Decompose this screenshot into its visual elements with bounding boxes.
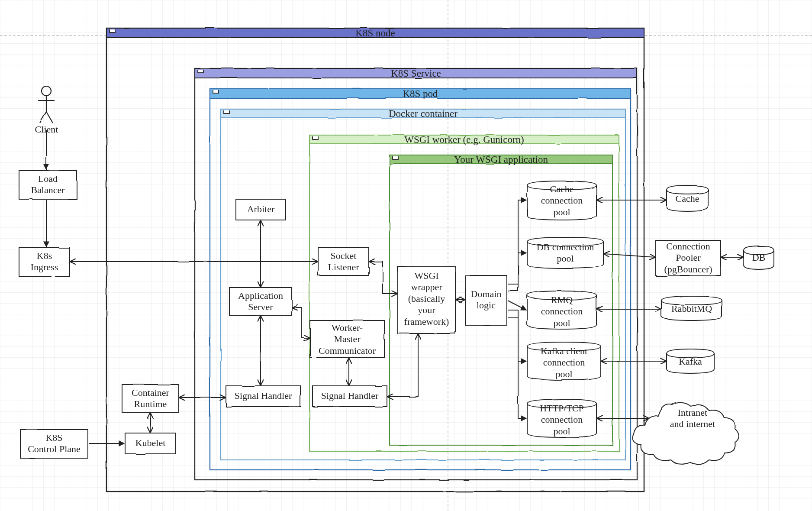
svg-line-30 (46, 112, 53, 123)
load-balancer-label: Load Balancer (19, 173, 77, 196)
db-pool-label: DB connection pool (527, 242, 603, 265)
frame-title-wsgi-app: Your WSGI application (390, 154, 612, 165)
http-pool-label: HTTP/TCP connection pool (527, 403, 596, 437)
kubelet-label: Kubelet (125, 437, 176, 449)
frame-title-k8s-pod: K8S pod (210, 88, 631, 100)
rmq-pool-label: RMQ connection pool (527, 294, 596, 329)
frame-title-k8s-node: K8S node (106, 28, 644, 39)
worker-master-communicator-label: Worker- Master Communicator (310, 322, 384, 356)
socket-listener-label: Socket Listener (318, 250, 369, 273)
actor-client-label: Client (30, 124, 63, 135)
signal-handler-worker-label: Signal Handler (313, 390, 387, 401)
db-label: DB (744, 252, 774, 263)
signal-handler-docker-label: Signal Handler (226, 390, 300, 401)
svg-line-29 (40, 112, 46, 123)
diagram-canvas: K8S node K8S Service K8S pod Docker cont… (0, 0, 812, 511)
wsgi-wrapper-label: WSGI wrapper (basically your framework) (398, 270, 455, 327)
connection-pooler-label: Connection Pooler (pgBouncer) (656, 241, 721, 275)
application-server-label: Application Server (229, 290, 292, 313)
arbiter-label: Arbiter (236, 204, 286, 215)
rabbitmq-label: RabbitMQ (661, 303, 722, 314)
cache-pool-label: Cache connection pool (527, 184, 596, 218)
svg-line-41 (508, 301, 526, 310)
svg-point-26 (42, 86, 51, 96)
container-runtime-label: Container Runtime (122, 387, 179, 410)
kafka-label: Kafka (667, 356, 714, 367)
domain-logic-label: Domain logic (465, 288, 507, 311)
k8s-ingress-label: K8s Ingress (19, 250, 70, 273)
frame-title-wsgi-worker: WSGI worker (e.g. Gunicorn) (309, 134, 619, 146)
frame-title-docker: Docker container (221, 108, 625, 120)
frame-title-k8s-service: K8S Service (195, 68, 637, 79)
k8s-control-plane-label: K8S Control Plane (20, 432, 88, 455)
intranet-internet-label: Intranet and internet (654, 407, 731, 430)
svg-line-43 (604, 254, 655, 257)
kafka-pool-label: Kafka client connection pool (527, 346, 601, 380)
cache-label: Cache (667, 193, 708, 204)
